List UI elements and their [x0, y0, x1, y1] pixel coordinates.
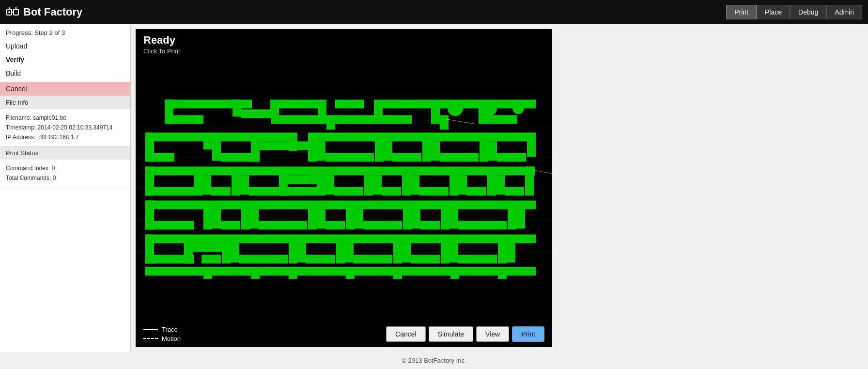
svg-rect-104 — [212, 201, 241, 209]
svg-rect-15 — [232, 100, 241, 117]
svg-rect-133 — [184, 235, 193, 264]
svg-rect-102 — [145, 221, 194, 230]
svg-rect-155 — [450, 243, 458, 263]
svg-rect-53 — [384, 142, 392, 161]
svg-rect-135 — [193, 243, 222, 252]
svg-rect-47 — [308, 133, 317, 162]
svg-rect-27 — [383, 115, 412, 124]
svg-rect-151 — [402, 243, 411, 263]
svg-rect-144 — [336, 235, 345, 264]
svg-rect-73 — [240, 176, 249, 195]
svg-rect-139 — [231, 243, 239, 263]
svg-rect-119 — [363, 221, 402, 230]
svg-rect-98 — [525, 167, 534, 196]
svg-rect-148 — [393, 235, 402, 264]
svg-rect-153 — [411, 255, 440, 264]
legend-trace: Trace — [143, 326, 382, 333]
view-button[interactable]: View — [476, 326, 509, 342]
svg-rect-159 — [507, 243, 515, 263]
svg-rect-123 — [420, 221, 440, 230]
svg-rect-146 — [345, 235, 393, 243]
svg-rect-29 — [440, 115, 449, 130]
svg-rect-157 — [458, 255, 497, 264]
svg-rect-137 — [202, 255, 221, 264]
svg-rect-138 — [231, 235, 289, 243]
svg-rect-45 — [260, 142, 308, 150]
svg-rect-70 — [232, 167, 240, 196]
svg-rect-82 — [364, 167, 373, 196]
print-status-section: Print Status Command Index: 0 Total Comm… — [0, 146, 130, 187]
ip-row: IP Address: ::ffff:192.168.1.7 — [6, 132, 124, 142]
svg-rect-126 — [508, 201, 516, 230]
svg-rect-114 — [346, 201, 355, 230]
svg-rect-22 — [335, 100, 364, 109]
svg-rect-95 — [467, 187, 486, 196]
svg-rect-113 — [317, 209, 326, 229]
svg-rect-166 — [297, 267, 346, 276]
cancel-button[interactable]: Cancel — [0, 82, 130, 96]
sidebar: Progress: Step 2 of 3 Upload Verify Buil… — [0, 24, 131, 352]
svg-rect-122 — [441, 201, 450, 230]
sidebar-step-build[interactable]: Build — [6, 66, 124, 80]
print-button[interactable]: Print — [512, 326, 544, 342]
progress-label: Progress: Step 2 of 3 — [6, 28, 124, 39]
sidebar-step-upload[interactable]: Upload — [6, 39, 124, 53]
svg-rect-169 — [393, 267, 402, 279]
svg-rect-85 — [373, 176, 382, 195]
svg-rect-156 — [498, 235, 507, 264]
svg-point-3 — [8, 11, 10, 13]
app-logo: Bot Factory — [6, 5, 726, 19]
svg-rect-140 — [289, 235, 297, 264]
svg-rect-109 — [250, 209, 259, 229]
svg-rect-26 — [431, 100, 440, 124]
progress-section: Progress: Step 2 of 3 Upload Verify Buil… — [0, 24, 130, 96]
svg-rect-68 — [202, 167, 232, 176]
svg-rect-160 — [145, 267, 203, 276]
svg-rect-141 — [239, 255, 288, 264]
svg-rect-48 — [317, 133, 375, 142]
cancel-print-button[interactable]: Cancel — [386, 326, 426, 342]
svg-rect-121 — [412, 209, 420, 229]
nav-print-button[interactable]: Print — [726, 5, 757, 19]
svg-rect-147 — [345, 243, 354, 263]
svg-rect-72 — [240, 167, 279, 176]
nav-admin-button[interactable]: Admin — [826, 5, 862, 19]
svg-rect-172 — [459, 267, 498, 276]
svg-rect-107 — [221, 221, 240, 230]
svg-rect-105 — [212, 209, 221, 229]
svg-rect-39 — [203, 133, 212, 150]
svg-rect-38 — [145, 153, 174, 162]
copyright-text: © 2013 BotFactory Inc. — [402, 357, 466, 364]
svg-rect-59 — [440, 153, 479, 162]
svg-rect-99 — [505, 187, 524, 196]
file-info-section: File Info Filename: sample01.txt Timesta… — [0, 96, 130, 146]
timestamp-row: Timestamp: 2014-02-25 02:10:33.349714 — [6, 123, 124, 132]
nav-place-button[interactable]: Place — [757, 5, 790, 19]
svg-rect-152 — [441, 235, 450, 264]
svg-rect-40 — [212, 133, 251, 142]
svg-rect-93 — [458, 176, 467, 195]
svg-rect-20 — [271, 115, 320, 124]
svg-rect-118 — [403, 201, 412, 230]
svg-rect-161 — [203, 267, 212, 279]
nav-debug-button[interactable]: Debug — [790, 5, 826, 19]
simulate-button[interactable]: Simulate — [429, 326, 473, 342]
svg-rect-128 — [516, 201, 536, 209]
svg-rect-1 — [14, 9, 18, 15]
svg-rect-81 — [326, 176, 334, 195]
filename-row: Filename: sample01.txt — [6, 113, 124, 123]
svg-rect-88 — [411, 167, 450, 176]
svg-rect-154 — [450, 235, 498, 243]
canvas-action-buttons: Cancel Simulate View Print — [386, 326, 544, 342]
canvas-subtitle: Click To Print — [143, 48, 544, 55]
svg-rect-75 — [249, 187, 278, 196]
svg-rect-18 — [279, 100, 318, 109]
sidebar-step-verify[interactable]: Verify — [6, 53, 124, 66]
svg-rect-125 — [450, 209, 458, 229]
svg-rect-57 — [431, 142, 440, 161]
nav-buttons: Print Place Debug Admin — [726, 5, 862, 19]
svg-rect-21 — [326, 115, 335, 130]
svg-rect-158 — [507, 235, 536, 243]
svg-rect-143 — [297, 243, 306, 263]
svg-rect-60 — [488, 133, 527, 142]
